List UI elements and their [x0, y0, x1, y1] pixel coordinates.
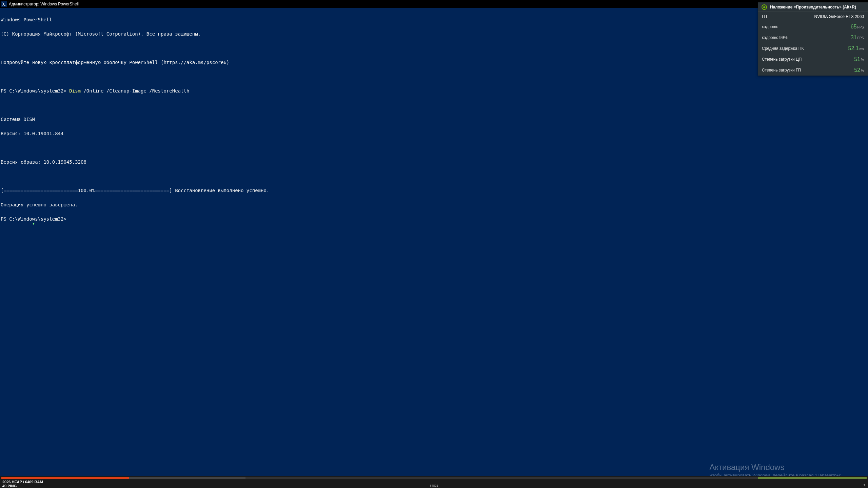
terminal-line — [1, 174, 867, 179]
metric-label: Степень загрузки ГП — [762, 68, 801, 73]
terminal-line — [1, 145, 867, 150]
metric-label: кадров/с — [762, 24, 778, 29]
terminal-line: Версия: 10.0.19041.844 — [1, 131, 867, 136]
caret-down-icon: ▼ — [33, 222, 35, 225]
nvidia-performance-overlay: Наложение «Производительность» (Alt+R) Г… — [758, 2, 868, 76]
terminal-line: Система DISM — [1, 117, 867, 122]
terminal-line: Версия образа: 10.0.19045.3208 — [1, 160, 867, 164]
metric-label: Степень загрузки ЦП — [762, 57, 802, 62]
terminal-line: Попробуйте новую кроссплатформенную обол… — [1, 60, 867, 65]
metric-value: 65FPS — [851, 24, 864, 30]
metric-value: 51% — [854, 56, 864, 62]
overlay-header: Наложение «Производительность» (Alt+R) — [758, 2, 868, 12]
heap-ram-text: 2026 HEAP / 6409 RAM 49 PING — [2, 480, 43, 488]
overlay-metric-row: Средняя задержка ПК 52.1ms — [758, 43, 868, 54]
titlebar[interactable]: Администратор: Windows PowerShell — [0, 0, 868, 8]
bottom-status-bar: 2026 HEAP / 6409 RAM 49 PING 84821 ▾ — [0, 476, 868, 488]
overlay-gpu-name: NVIDIA GeForce RTX 2060 — [814, 14, 864, 19]
metric-label: Средняя задержка ПК — [762, 46, 804, 51]
watermark-title: Активация Windows — [709, 463, 843, 472]
overlay-metric-row: Степень загрузки ЦП 51% — [758, 54, 868, 65]
terminal-output[interactable]: Windows PowerShell (C) Корпорация Майкро… — [0, 8, 868, 236]
terminal-line — [1, 103, 867, 107]
metric-value: 31FPS — [851, 35, 864, 41]
bottom-center-value: 84821 — [430, 484, 438, 487]
heap-bar — [1, 477, 129, 479]
terminal-line: [==========================100.0%=======… — [1, 188, 867, 193]
overlay-metric-row: кадров/с 99% 31FPS — [758, 32, 868, 43]
metric-value: 52% — [854, 67, 864, 73]
overlay-metric-row: кадров/с 65FPS — [758, 21, 868, 32]
terminal-line — [1, 74, 867, 79]
terminal-line: (C) Корпорация Майкрософт (Microsoft Cor… — [1, 32, 867, 36]
powershell-window: Администратор: Windows PowerShell Window… — [0, 0, 868, 488]
metric-value: 52.1ms — [848, 45, 864, 52]
metric-label: кадров/с 99% — [762, 35, 788, 40]
terminal-line — [1, 46, 867, 50]
titlebar-title: Администратор: Windows PowerShell — [9, 2, 79, 6]
terminal-line: Windows PowerShell — [1, 17, 867, 22]
overlay-gpu-row: ГП NVIDIA GeForce RTX 2060 — [758, 12, 868, 21]
command-name: Dism — [69, 88, 81, 94]
nvidia-icon — [761, 4, 767, 10]
terminal-prompt: PS C:\Windows\system32>▼ — [1, 217, 867, 227]
powershell-icon — [1, 1, 7, 7]
overlay-metric-row: Степень загрузки ГП 52% — [758, 65, 868, 76]
overlay-title: Наложение «Производительность» (Alt+R) — [770, 5, 856, 9]
chevron-down-icon[interactable]: ▾ — [864, 483, 865, 487]
overlay-gpu-label: ГП — [762, 14, 767, 19]
terminal-line: PS C:\Windows\system32> Dism /Online /Cl… — [1, 88, 867, 93]
terminal-line: Операция успешно завершена. — [1, 202, 867, 207]
right-bar — [758, 477, 867, 479]
